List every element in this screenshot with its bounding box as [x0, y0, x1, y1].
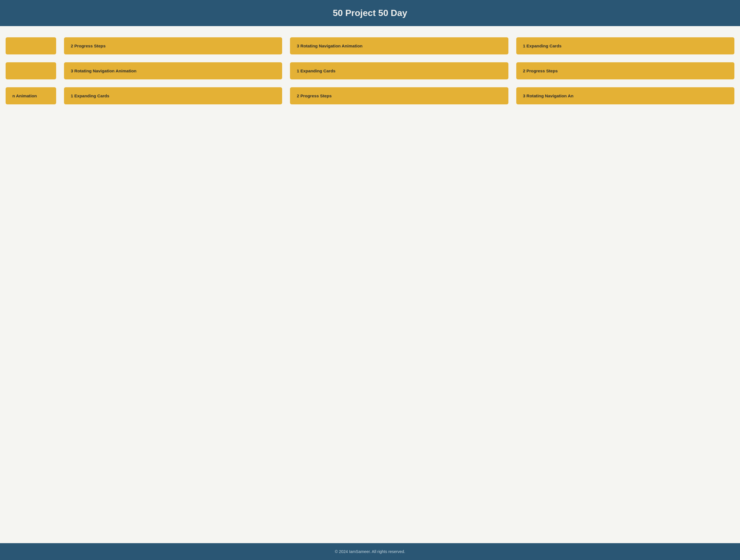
card-title: 2 Progress Steps [523, 69, 558, 73]
card-title: 2 Progress Steps [71, 43, 106, 48]
project-card[interactable] [6, 62, 56, 79]
page-title: 50 Project 50 Day [6, 8, 734, 18]
card-title: 3 Rotating Navigation An [523, 93, 573, 98]
project-card[interactable]: n Animation [6, 87, 56, 104]
page-header: 50 Project 50 Day [0, 0, 740, 26]
page-footer: © 2024 IamSameer. All rights reserved. [0, 543, 740, 560]
project-card[interactable]: 3 Rotating Navigation Animation [64, 62, 282, 79]
card-title: 3 Rotating Navigation Animation [297, 43, 362, 48]
footer-text: © 2024 IamSameer. All rights reserved. [6, 549, 734, 554]
project-card[interactable]: 2 Progress Steps [290, 87, 508, 104]
project-card[interactable] [6, 37, 56, 54]
project-card[interactable]: 3 Rotating Navigation Animation [290, 37, 508, 54]
card-title: n Animation [12, 93, 37, 98]
project-card[interactable]: 2 Progress Steps [64, 37, 282, 54]
card-title: 1 Expanding Cards [523, 43, 562, 48]
project-card[interactable]: 2 Progress Steps [516, 62, 734, 79]
project-card[interactable]: 3 Rotating Navigation An [516, 87, 734, 104]
project-card[interactable]: 1 Expanding Cards [516, 37, 734, 54]
card-title: 3 Rotating Navigation Animation [71, 69, 136, 73]
project-card[interactable]: 1 Expanding Cards [290, 62, 508, 79]
main-content: 2 Progress Steps3 Rotating Navigation An… [0, 26, 740, 543]
card-title: 2 Progress Steps [297, 93, 332, 98]
card-title: 1 Expanding Cards [297, 69, 336, 73]
card-title: 1 Expanding Cards [71, 93, 109, 98]
projects-grid: 2 Progress Steps3 Rotating Navigation An… [6, 37, 734, 104]
project-card[interactable]: 1 Expanding Cards [64, 87, 282, 104]
